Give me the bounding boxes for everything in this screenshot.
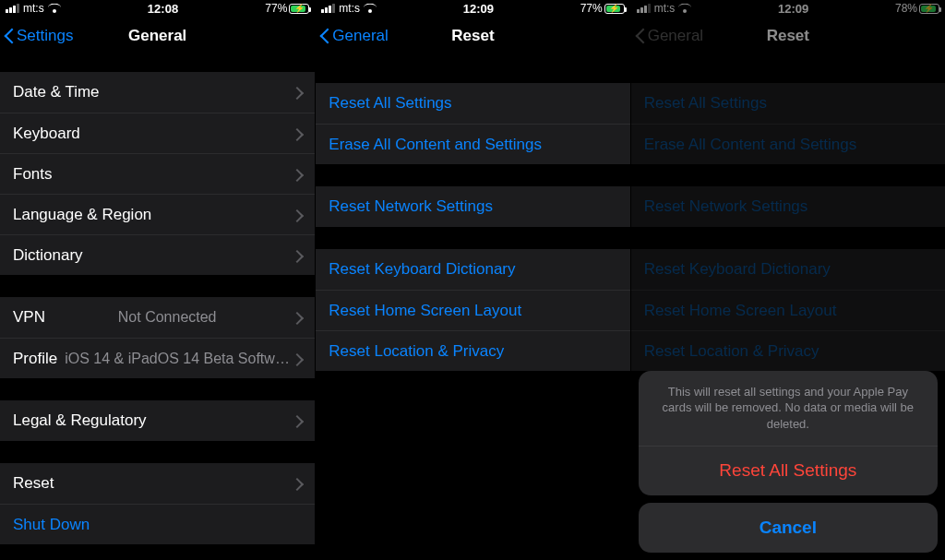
action-reset-network[interactable]: Reset Network Settings [316,186,629,227]
status-bar: mt:s 12:08 77% ⚡ [0,0,315,17]
row-dictionary[interactable]: Dictionary [0,234,315,275]
nav-header: General Reset [631,17,945,55]
row-label: Date & Time [13,83,100,101]
action-reset-keyboard-dictionary: Reset Keyboard Dictionary [631,249,945,290]
group-vpn-profile: VPN Not Connected Profile iOS 14 & iPadO… [0,297,315,378]
group-reset-a: Reset All Settings Erase All Content and… [316,83,629,164]
row-language-region[interactable]: Language & Region [0,194,315,234]
carrier-label: mt:s [654,2,676,15]
page-title: General [0,27,315,45]
action-label: Erase All Content and Settings [329,136,542,154]
carrier-label: mt:s [23,2,44,15]
group-reset-b: Reset Network Settings [631,186,945,227]
button-label: Reset All Settings [719,460,856,481]
chevron-right-icon [294,477,302,490]
action-erase-all[interactable]: Erase All Content and Settings [316,124,629,164]
row-label: Language & Region [13,206,151,224]
action-label: Reset Location & Privacy [644,342,819,361]
battery-icon: ⚡ [289,4,309,14]
page-title: Reset [316,27,629,45]
row-reset[interactable]: Reset [0,463,315,504]
button-label: Cancel [760,518,817,538]
action-label: Reset Home Screen Layout [644,302,837,320]
clock: 12:09 [778,2,808,16]
row-label: Dictionary [13,246,83,265]
battery-icon: ⚡ [919,4,939,14]
action-label: Reset Home Screen Layout [329,302,521,320]
action-sheet-cancel-card: Cancel [639,503,938,553]
action-label: Reset All Settings [329,94,451,113]
panel-general: mt:s 12:08 77% ⚡ Settings General Date &… [0,0,315,560]
action-reset-all-settings: Reset All Settings [631,83,945,124]
action-sheet-card: This will reset all settings and your Ap… [639,371,938,495]
row-label: Legal & Regulatory [13,411,147,430]
action-reset-location-privacy[interactable]: Reset Location & Privacy [316,330,629,371]
action-label: Reset Network Settings [329,197,493,216]
group-reset-a: Reset All Settings Erase All Content and… [631,83,945,164]
group-legal: Legal & Regulatory [0,400,315,441]
row-label: Fonts [13,165,53,184]
chevron-right-icon [294,127,302,140]
action-label: Erase All Content and Settings [644,136,857,154]
chevron-right-icon [294,311,302,324]
group-reset-c: Reset Keyboard Dictionary Reset Home Scr… [316,249,629,371]
action-reset-home-layout[interactable]: Reset Home Screen Layout [316,290,629,330]
action-reset-keyboard-dictionary[interactable]: Reset Keyboard Dictionary [316,249,629,290]
cancel-button[interactable]: Cancel [639,503,938,553]
battery-percent: 78% [895,2,917,15]
action-reset-home-layout: Reset Home Screen Layout [631,290,945,330]
page-title: Reset [631,27,945,45]
row-profile[interactable]: Profile iOS 14 & iPadOS 14 Beta Softwar… [0,338,315,378]
row-shutdown[interactable]: Shut Down [0,504,315,544]
cellular-signal-icon [6,4,19,13]
wifi-icon [48,4,61,13]
row-keyboard[interactable]: Keyboard [0,113,315,153]
status-bar: mt:s 12:09 77% ⚡ [316,0,629,17]
group-reset-c: Reset Keyboard Dictionary Reset Home Scr… [631,249,945,371]
action-label: Reset Keyboard Dictionary [329,260,515,279]
group-datetime: Date & Time Keyboard Fonts Language & Re… [0,72,315,275]
clock: 12:08 [148,2,178,16]
action-label: Reset Network Settings [644,197,808,216]
wifi-icon [678,4,691,13]
confirm-reset-all-settings-button[interactable]: Reset All Settings [639,446,938,495]
panel-reset: mt:s 12:09 77% ⚡ General Reset Reset All… [315,0,629,560]
row-label: Profile [13,350,57,368]
group-reset-shutdown: Reset Shut Down [0,463,315,544]
status-bar: mt:s 12:09 78% ⚡ [631,0,945,17]
battery-percent: 77% [580,2,603,15]
row-date-time[interactable]: Date & Time [0,72,315,113]
battery-percent: 77% [265,2,287,15]
row-fonts[interactable]: Fonts [0,153,315,194]
action-reset-all-settings[interactable]: Reset All Settings [316,83,629,124]
row-legal-regulatory[interactable]: Legal & Regulatory [0,400,315,441]
battery-icon: ⚡ [604,4,625,14]
nav-header: General Reset [316,17,629,55]
panel-reset-confirm: mt:s 12:09 78% ⚡ General Reset Reset All… [630,0,945,560]
row-value: Not Connected [118,309,217,326]
cellular-signal-icon [321,4,335,13]
row-label: Shut Down [13,516,90,534]
carrier-label: mt:s [339,2,360,15]
action-erase-all: Erase All Content and Settings [631,124,945,164]
action-reset-location-privacy: Reset Location & Privacy [631,330,945,371]
chevron-right-icon [294,249,302,262]
action-label: Reset Keyboard Dictionary [644,260,831,279]
chevron-right-icon [294,168,302,181]
clock: 12:09 [463,2,494,16]
action-label: Reset Location & Privacy [329,342,504,361]
chevron-right-icon [294,209,302,221]
action-reset-network: Reset Network Settings [631,186,945,227]
row-label: Keyboard [13,125,80,143]
nav-header: Settings General [0,17,315,55]
row-vpn[interactable]: VPN Not Connected [0,297,315,338]
row-value: iOS 14 & iPadOS 14 Beta Softwar… [65,351,294,367]
action-sheet-message: This will reset all settings and your Ap… [639,371,938,446]
cellular-signal-icon [637,4,651,13]
chevron-right-icon [294,414,302,427]
action-label: Reset All Settings [644,94,767,113]
chevron-right-icon [294,352,302,365]
action-sheet: This will reset all settings and your Ap… [639,371,938,553]
chevron-right-icon [294,86,302,99]
group-reset-b: Reset Network Settings [316,186,629,227]
